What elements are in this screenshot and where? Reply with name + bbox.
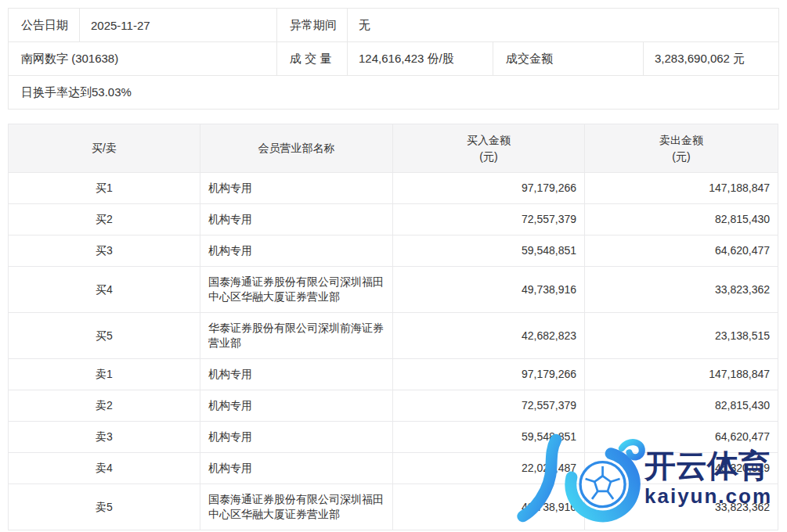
stock-name: 南网数字 (301638) — [9, 42, 276, 75]
row-buy-amount: 59,548,851 — [393, 422, 585, 453]
row-branch-name: 机构专用 — [200, 173, 393, 204]
row-sell-amount: 147,188,847 — [585, 359, 778, 390]
header-buy-amount: 买入金额 (元) — [393, 124, 585, 173]
table-row: 卖1 机构专用 97,179,266 147,188,847 — [9, 359, 778, 390]
volume-value: 124,616,423 份/股 — [347, 42, 493, 75]
row-buy-sell-rank: 买1 — [9, 173, 200, 204]
header-buy-amount-line2: (元) — [394, 149, 583, 165]
row-branch-name: 机构专用 — [200, 235, 393, 267]
table-row: 卖2 机构专用 72,557,379 82,815,430 — [9, 390, 778, 422]
row-sell-amount: 64,620,477 — [585, 422, 778, 453]
table-row: 卖4 机构专用 22,024,487 45,320,029 — [9, 453, 778, 484]
announce-date-value: 2025-11-27 — [79, 9, 276, 41]
row-buy-sell-rank: 买4 — [9, 267, 200, 313]
row-branch-name: 机构专用 — [200, 422, 393, 453]
table-body: 买1 机构专用 97,179,266 147,188,847 买2 机构专用 7… — [9, 173, 778, 530]
table-row: 卖5 国泰海通证券股份有限公司深圳福田中心区华融大厦证券营业部 49,738,9… — [9, 484, 778, 530]
row-sell-amount: 147,188,847 — [585, 173, 778, 204]
row-buy-amount: 72,557,379 — [393, 204, 585, 235]
row-buy-sell-rank: 卖2 — [9, 390, 200, 422]
summary-panel: 公告日期 2025-11-27 异常期间 无 南网数字 (301638) 成 交… — [8, 8, 779, 110]
table-header-row: 买/卖 会员营业部名称 买入金额 (元) 卖出金额 (元) — [9, 124, 778, 173]
turnover-label: 成交金额 — [493, 42, 643, 75]
row-buy-sell-rank: 买5 — [9, 313, 200, 359]
table-row: 买5 华泰证券股份有限公司深圳前海证券营业部 42,682,823 23,138… — [9, 313, 778, 359]
row-branch-name: 华泰证券股份有限公司深圳前海证券营业部 — [200, 313, 393, 359]
row-buy-amount: 97,179,266 — [393, 359, 585, 390]
table-row: 买2 机构专用 72,557,379 82,815,430 — [9, 204, 778, 235]
table-row: 卖3 机构专用 59,548,851 64,620,477 — [9, 422, 778, 453]
abnormal-period-label: 异常期间 — [276, 9, 347, 41]
row-branch-name: 国泰海通证券股份有限公司深圳福田中心区华融大厦证券营业部 — [200, 267, 393, 313]
volume-label: 成 交 量 — [276, 42, 347, 75]
header-sell-amount-line1: 卖出金额 — [586, 132, 777, 149]
turnover-rate-note: 日换手率达到53.03% — [9, 76, 778, 109]
row-buy-amount: 49,738,916 — [393, 267, 585, 313]
summary-row-note: 日换手率达到53.03% — [9, 75, 778, 109]
row-sell-amount: 45,320,029 — [585, 453, 778, 484]
header-buy-sell: 买/卖 — [9, 124, 200, 173]
row-buy-sell-rank: 卖4 — [9, 453, 200, 484]
row-sell-amount: 82,815,430 — [585, 204, 778, 235]
row-branch-name: 机构专用 — [200, 390, 393, 422]
table-row: 买1 机构专用 97,179,266 147,188,847 — [9, 173, 778, 204]
abnormal-period-value: 无 — [347, 9, 778, 41]
table-header: 买/卖 会员营业部名称 买入金额 (元) 卖出金额 (元) — [9, 124, 778, 173]
header-sell-amount: 卖出金额 (元) — [585, 124, 778, 173]
row-buy-amount: 97,179,266 — [393, 173, 585, 204]
row-buy-sell-rank: 买2 — [9, 204, 200, 235]
row-sell-amount: 23,138,515 — [585, 313, 778, 359]
row-sell-amount: 33,823,362 — [585, 267, 778, 313]
row-sell-amount: 82,815,430 — [585, 390, 778, 422]
row-buy-sell-rank: 卖1 — [9, 359, 200, 390]
table-row: 买4 国泰海通证券股份有限公司深圳福田中心区华融大厦证券营业部 49,738,9… — [9, 267, 778, 313]
row-buy-amount: 72,557,379 — [393, 390, 585, 422]
broker-seats-table: 买/卖 会员营业部名称 买入金额 (元) 卖出金额 (元) 买1 机构专用 97… — [8, 124, 778, 530]
summary-row-date: 公告日期 2025-11-27 异常期间 无 — [9, 9, 778, 41]
row-buy-sell-rank: 卖5 — [9, 484, 200, 530]
summary-row-stock: 南网数字 (301638) 成 交 量 124,616,423 份/股 成交金额… — [9, 41, 778, 75]
row-branch-name: 机构专用 — [200, 204, 393, 235]
dragon-tiger-list-page: 公告日期 2025-11-27 异常期间 无 南网数字 (301638) 成 交… — [0, 0, 787, 532]
row-sell-amount: 64,620,477 — [585, 235, 778, 267]
header-branch-name: 会员营业部名称 — [200, 124, 393, 173]
row-buy-amount: 49,738,916 — [393, 484, 585, 530]
row-branch-name: 国泰海通证券股份有限公司深圳福田中心区华融大厦证券营业部 — [200, 484, 393, 530]
table-row: 买3 机构专用 59,548,851 64,620,477 — [9, 235, 778, 267]
header-buy-amount-line1: 买入金额 — [394, 132, 583, 149]
row-buy-amount: 59,548,851 — [393, 235, 585, 267]
row-branch-name: 机构专用 — [200, 359, 393, 390]
row-buy-amount: 22,024,487 — [393, 453, 585, 484]
row-buy-amount: 42,682,823 — [393, 313, 585, 359]
header-sell-amount-line2: (元) — [586, 149, 777, 165]
row-buy-sell-rank: 买3 — [9, 235, 200, 267]
row-sell-amount: 33,823,362 — [585, 484, 778, 530]
announce-date-label: 公告日期 — [9, 9, 79, 41]
row-buy-sell-rank: 卖3 — [9, 422, 200, 453]
turnover-value: 3,283,690,062 元 — [643, 42, 778, 75]
row-branch-name: 机构专用 — [200, 453, 393, 484]
